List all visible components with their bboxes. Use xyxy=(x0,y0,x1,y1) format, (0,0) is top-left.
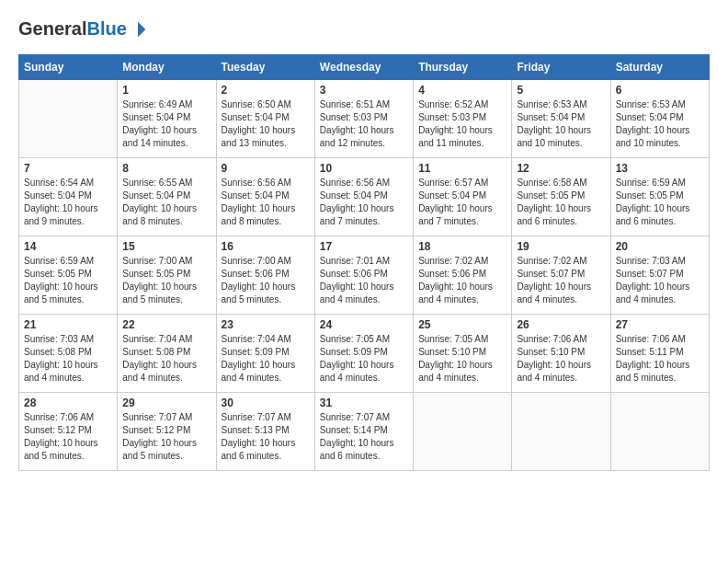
calendar-cell xyxy=(512,393,610,471)
day-number: 11 xyxy=(418,162,506,175)
cell-info: Sunrise: 7:05 AM Sunset: 5:09 PM Dayligh… xyxy=(320,333,408,385)
cell-info: Sunrise: 7:07 AM Sunset: 5:12 PM Dayligh… xyxy=(122,411,210,463)
page-header: GeneralBlue xyxy=(18,18,710,40)
day-number: 9 xyxy=(222,162,310,175)
cell-info: Sunrise: 7:06 AM Sunset: 5:11 PM Dayligh… xyxy=(616,333,704,385)
day-number: 30 xyxy=(222,396,310,409)
cell-info: Sunrise: 6:50 AM Sunset: 5:04 PM Dayligh… xyxy=(222,98,310,150)
cell-info: Sunrise: 6:54 AM Sunset: 5:04 PM Dayligh… xyxy=(24,177,112,228)
calendar-cell xyxy=(19,80,118,158)
calendar-day-header: Tuesday xyxy=(216,55,314,80)
calendar-cell: 24Sunrise: 7:05 AM Sunset: 5:09 PM Dayli… xyxy=(314,315,413,393)
cell-info: Sunrise: 7:02 AM Sunset: 5:06 PM Dayligh… xyxy=(418,255,506,306)
day-number: 22 xyxy=(122,318,210,331)
calendar-cell: 4Sunrise: 6:52 AM Sunset: 5:03 PM Daylig… xyxy=(414,80,512,158)
calendar-cell: 21Sunrise: 7:03 AM Sunset: 5:08 PM Dayli… xyxy=(19,315,118,393)
calendar-cell: 10Sunrise: 6:56 AM Sunset: 5:04 PM Dayli… xyxy=(314,158,413,236)
day-number: 23 xyxy=(222,318,310,331)
calendar-cell: 25Sunrise: 7:05 AM Sunset: 5:10 PM Dayli… xyxy=(414,315,512,393)
calendar-day-header: Saturday xyxy=(610,55,709,80)
calendar-cell: 9Sunrise: 6:56 AM Sunset: 5:04 PM Daylig… xyxy=(216,158,314,236)
calendar-cell: 6Sunrise: 6:53 AM Sunset: 5:04 PM Daylig… xyxy=(610,80,709,158)
cell-info: Sunrise: 7:04 AM Sunset: 5:09 PM Dayligh… xyxy=(222,333,310,385)
calendar-week-row: 14Sunrise: 6:59 AM Sunset: 5:05 PM Dayli… xyxy=(19,236,710,315)
cell-info: Sunrise: 7:07 AM Sunset: 5:13 PM Dayligh… xyxy=(222,411,310,463)
calendar-day-header: Sunday xyxy=(19,55,118,80)
calendar-week-row: 1Sunrise: 6:49 AM Sunset: 5:04 PM Daylig… xyxy=(19,80,710,158)
cell-info: Sunrise: 6:49 AM Sunset: 5:04 PM Dayligh… xyxy=(122,98,210,150)
day-number: 25 xyxy=(418,318,506,331)
cell-info: Sunrise: 7:00 AM Sunset: 5:05 PM Dayligh… xyxy=(122,255,210,306)
calendar-cell: 13Sunrise: 6:59 AM Sunset: 5:05 PM Dayli… xyxy=(610,158,709,236)
calendar-week-row: 7Sunrise: 6:54 AM Sunset: 5:04 PM Daylig… xyxy=(19,158,710,236)
day-number: 20 xyxy=(616,240,704,253)
cell-info: Sunrise: 6:56 AM Sunset: 5:04 PM Dayligh… xyxy=(320,177,408,228)
logo-icon xyxy=(129,20,147,39)
calendar-cell: 19Sunrise: 7:02 AM Sunset: 5:07 PM Dayli… xyxy=(512,236,610,315)
calendar-cell: 5Sunrise: 6:53 AM Sunset: 5:04 PM Daylig… xyxy=(512,80,610,158)
day-number: 5 xyxy=(517,84,605,97)
cell-info: Sunrise: 7:00 AM Sunset: 5:06 PM Dayligh… xyxy=(222,255,310,306)
day-number: 3 xyxy=(320,84,408,97)
cell-info: Sunrise: 6:52 AM Sunset: 5:03 PM Dayligh… xyxy=(418,98,506,150)
cell-info: Sunrise: 6:56 AM Sunset: 5:04 PM Dayligh… xyxy=(222,177,310,228)
svg-marker-0 xyxy=(138,21,145,37)
cell-info: Sunrise: 6:53 AM Sunset: 5:04 PM Dayligh… xyxy=(616,98,704,150)
cell-info: Sunrise: 7:04 AM Sunset: 5:08 PM Dayligh… xyxy=(122,333,210,385)
cell-info: Sunrise: 6:57 AM Sunset: 5:04 PM Dayligh… xyxy=(418,177,506,228)
day-number: 29 xyxy=(122,396,210,409)
calendar-cell: 16Sunrise: 7:00 AM Sunset: 5:06 PM Dayli… xyxy=(216,236,314,315)
calendar-cell: 7Sunrise: 6:54 AM Sunset: 5:04 PM Daylig… xyxy=(19,158,118,236)
day-number: 4 xyxy=(418,84,506,97)
calendar-cell: 20Sunrise: 7:03 AM Sunset: 5:07 PM Dayli… xyxy=(610,236,709,315)
calendar-cell: 29Sunrise: 7:07 AM Sunset: 5:12 PM Dayli… xyxy=(118,393,216,471)
day-number: 14 xyxy=(24,240,112,253)
day-number: 6 xyxy=(616,84,704,97)
logo: GeneralBlue xyxy=(18,18,147,40)
day-number: 17 xyxy=(320,240,408,253)
calendar-day-header: Thursday xyxy=(414,55,512,80)
cell-info: Sunrise: 7:03 AM Sunset: 5:07 PM Dayligh… xyxy=(616,255,704,306)
cell-info: Sunrise: 6:55 AM Sunset: 5:04 PM Dayligh… xyxy=(122,177,210,228)
day-number: 26 xyxy=(517,318,605,331)
day-number: 8 xyxy=(122,162,210,175)
cell-info: Sunrise: 6:51 AM Sunset: 5:03 PM Dayligh… xyxy=(320,98,408,150)
calendar-header-row: SundayMondayTuesdayWednesdayThursdayFrid… xyxy=(19,55,710,80)
calendar-day-header: Wednesday xyxy=(314,55,413,80)
day-number: 21 xyxy=(24,318,112,331)
cell-info: Sunrise: 7:03 AM Sunset: 5:08 PM Dayligh… xyxy=(24,333,112,385)
cell-info: Sunrise: 7:05 AM Sunset: 5:10 PM Dayligh… xyxy=(418,333,506,385)
cell-info: Sunrise: 7:06 AM Sunset: 5:10 PM Dayligh… xyxy=(517,333,605,385)
calendar-cell: 1Sunrise: 6:49 AM Sunset: 5:04 PM Daylig… xyxy=(118,80,216,158)
day-number: 19 xyxy=(517,240,605,253)
logo-blue-text: Blue xyxy=(86,18,126,40)
calendar-cell: 17Sunrise: 7:01 AM Sunset: 5:06 PM Dayli… xyxy=(314,236,413,315)
day-number: 13 xyxy=(616,162,704,175)
day-number: 1 xyxy=(122,84,210,97)
calendar-cell: 22Sunrise: 7:04 AM Sunset: 5:08 PM Dayli… xyxy=(118,315,216,393)
day-number: 24 xyxy=(320,318,408,331)
calendar-cell: 18Sunrise: 7:02 AM Sunset: 5:06 PM Dayli… xyxy=(414,236,512,315)
cell-info: Sunrise: 6:53 AM Sunset: 5:04 PM Dayligh… xyxy=(517,98,605,150)
calendar-cell: 14Sunrise: 6:59 AM Sunset: 5:05 PM Dayli… xyxy=(19,236,118,315)
calendar-cell: 15Sunrise: 7:00 AM Sunset: 5:05 PM Dayli… xyxy=(118,236,216,315)
day-number: 10 xyxy=(320,162,408,175)
day-number: 7 xyxy=(24,162,112,175)
calendar-cell: 23Sunrise: 7:04 AM Sunset: 5:09 PM Dayli… xyxy=(216,315,314,393)
day-number: 27 xyxy=(616,318,704,331)
calendar-cell: 11Sunrise: 6:57 AM Sunset: 5:04 PM Dayli… xyxy=(414,158,512,236)
calendar-day-header: Monday xyxy=(118,55,216,80)
cell-info: Sunrise: 7:06 AM Sunset: 5:12 PM Dayligh… xyxy=(24,411,112,463)
day-number: 18 xyxy=(418,240,506,253)
cell-info: Sunrise: 7:02 AM Sunset: 5:07 PM Dayligh… xyxy=(517,255,605,306)
calendar-cell: 8Sunrise: 6:55 AM Sunset: 5:04 PM Daylig… xyxy=(118,158,216,236)
day-number: 2 xyxy=(222,84,310,97)
cell-info: Sunrise: 6:59 AM Sunset: 5:05 PM Dayligh… xyxy=(24,255,112,306)
calendar-cell: 12Sunrise: 6:58 AM Sunset: 5:05 PM Dayli… xyxy=(512,158,610,236)
cell-info: Sunrise: 6:58 AM Sunset: 5:05 PM Dayligh… xyxy=(517,177,605,228)
calendar-cell: 28Sunrise: 7:06 AM Sunset: 5:12 PM Dayli… xyxy=(19,393,118,471)
calendar-cell: 2Sunrise: 6:50 AM Sunset: 5:04 PM Daylig… xyxy=(216,80,314,158)
cell-info: Sunrise: 7:07 AM Sunset: 5:14 PM Dayligh… xyxy=(320,411,408,463)
day-number: 31 xyxy=(320,396,408,409)
day-number: 15 xyxy=(122,240,210,253)
